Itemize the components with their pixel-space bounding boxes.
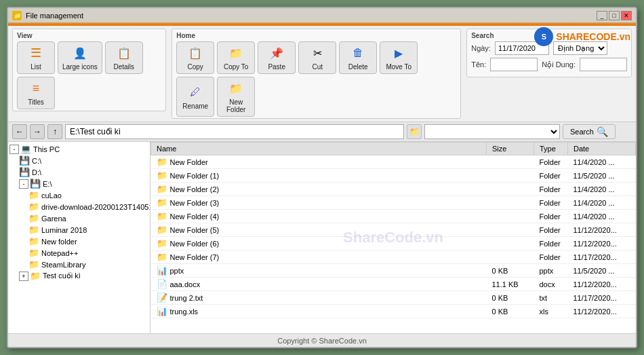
table-row[interactable]: 📁 New Folder Folder 11/4/2020 ... bbox=[151, 155, 636, 169]
status-bar: Copyright © ShareCode.vn bbox=[8, 333, 636, 347]
table-row[interactable]: 📁 New Folder (4) Folder 11/4/2020 ... bbox=[151, 210, 636, 223]
tree-item-d[interactable]: 💾 D:\ bbox=[8, 166, 150, 178]
list-label: List bbox=[31, 63, 41, 71]
table-row[interactable]: 📁 New Folder (7) Folder 11/17/2020... bbox=[151, 250, 636, 264]
paste-label: Paste bbox=[268, 63, 285, 71]
drive-icon: 📁 bbox=[28, 202, 39, 212]
steamlibrary-label: SteamLibrary bbox=[41, 261, 85, 269]
titles-button[interactable]: ≡ Titles bbox=[17, 77, 55, 109]
file-name-cell: 📁 New Folder (1) bbox=[151, 169, 487, 183]
file-date: 11/12/2020... bbox=[568, 237, 636, 250]
new-folder-label: NewFolder bbox=[226, 98, 245, 113]
tree-item-drive[interactable]: 📁 drive-download-20200123T1405132 bbox=[8, 201, 150, 212]
tree-item-steamlibrary[interactable]: 📁 SteamLibrary bbox=[8, 259, 150, 270]
noi-dung-input[interactable] bbox=[580, 58, 627, 71]
copy-button[interactable]: 📋 Copy bbox=[176, 41, 214, 74]
copy-to-label: Copy To bbox=[224, 63, 249, 71]
folder-icon[interactable]: 📁 bbox=[407, 124, 422, 139]
copy-to-button[interactable]: 📁 Copy To bbox=[217, 41, 255, 74]
table-row[interactable]: 📁 New Folder (5) Folder 11/12/2020... bbox=[151, 223, 636, 237]
list-button[interactable]: ☰ List bbox=[17, 41, 55, 74]
table-row[interactable]: 📁 New Folder (2) Folder 11/4/2020 ... bbox=[151, 183, 636, 196]
file-size bbox=[487, 196, 534, 210]
col-type[interactable]: Type bbox=[534, 143, 568, 155]
file-panel[interactable]: Name Size Type Date 📁 New Folder Folder bbox=[150, 142, 636, 333]
large-icons-icon: 👤 bbox=[72, 45, 88, 61]
table-row[interactable]: 📁 New Folder (1) Folder 11/5/2020 ... bbox=[151, 169, 636, 183]
file-name: trung 2.txt bbox=[170, 294, 203, 302]
tree-item-c[interactable]: 💾 C:\ bbox=[8, 155, 150, 166]
file-size: 0 KB bbox=[487, 305, 534, 318]
address-input[interactable] bbox=[65, 124, 404, 139]
col-name[interactable]: Name bbox=[151, 143, 487, 155]
table-row[interactable]: 📊 trung.xls 0 KB xls 11/12/2020... bbox=[151, 305, 636, 318]
forward-button[interactable]: → bbox=[30, 124, 45, 139]
file-icon: 📁 bbox=[157, 211, 167, 221]
minimize-button[interactable]: _ bbox=[597, 11, 607, 20]
title-bar-left: 📁 File management bbox=[12, 11, 83, 20]
col-size[interactable]: Size bbox=[487, 143, 534, 155]
table-row[interactable]: 📁 New Folder (3) Folder 11/4/2020 ... bbox=[151, 196, 636, 210]
thispc-label: This PC bbox=[33, 145, 60, 153]
paste-button[interactable]: 📌 Paste bbox=[258, 41, 296, 74]
ten-input[interactable] bbox=[490, 58, 538, 71]
tree-item-garena[interactable]: 📁 Garena bbox=[8, 212, 150, 224]
home-buttons: 📋 Copy 📁 Copy To 📌 Paste ✂ Cut bbox=[176, 41, 456, 117]
rename-label: Rename bbox=[182, 102, 208, 110]
tree-item-testcuoiki[interactable]: + 📁 Test cuối kì bbox=[8, 270, 150, 282]
file-name-cell: 📁 New Folder (6) bbox=[151, 237, 487, 250]
file-name: New Folder (5) bbox=[170, 226, 220, 234]
expand-testcuoiki[interactable]: + bbox=[19, 272, 28, 281]
delete-button[interactable]: 🗑 Delete bbox=[339, 41, 377, 74]
delete-icon: 🗑 bbox=[350, 45, 366, 61]
tree-item-notepadpp[interactable]: 📁 Notepad++ bbox=[8, 247, 150, 259]
file-type: Folder bbox=[534, 183, 568, 196]
logo-prefix: SHARECODE bbox=[556, 31, 616, 42]
tree-panel[interactable]: - 💻 This PC 💾 C:\ 💾 D:\ - 💾 E:\ 📁 cuLao bbox=[8, 142, 150, 333]
tree-item-culao[interactable]: 📁 cuLao bbox=[8, 189, 150, 201]
logo-area: S SHARECODE.vn bbox=[534, 27, 630, 46]
close-button[interactable]: ✕ bbox=[621, 11, 632, 20]
details-button[interactable]: 📋 Details bbox=[105, 41, 143, 74]
file-date: 11/12/2020... bbox=[568, 278, 636, 291]
table-row[interactable]: 📁 New Folder (6) Folder 11/12/2020... bbox=[151, 237, 636, 250]
expand-e[interactable]: - bbox=[19, 179, 28, 189]
window-title: File management bbox=[26, 12, 83, 20]
file-name: aaa.docx bbox=[170, 280, 201, 288]
culao-icon: 📁 bbox=[28, 190, 39, 200]
home-section-label: Home bbox=[176, 32, 195, 39]
maximize-button[interactable]: □ bbox=[609, 11, 620, 20]
location-combo[interactable] bbox=[424, 124, 560, 139]
details-icon: 📋 bbox=[116, 45, 132, 61]
new-folder-button[interactable]: 📁 NewFolder bbox=[217, 77, 255, 117]
large-icons-button[interactable]: 👤 Large icons bbox=[58, 41, 102, 74]
tree-item-luminar[interactable]: 📁 Luminar 2018 bbox=[8, 224, 150, 236]
list-icon: ☰ bbox=[28, 45, 44, 61]
file-type: Folder bbox=[534, 210, 568, 223]
tree-item-thispc[interactable]: - 💻 This PC bbox=[8, 143, 150, 155]
rename-button[interactable]: 🖊 Rename bbox=[176, 77, 214, 117]
search-button[interactable]: Search 🔍 bbox=[563, 124, 616, 139]
titles-icon: ≡ bbox=[28, 80, 44, 96]
file-date: 11/12/2020... bbox=[568, 305, 636, 318]
cut-button[interactable]: ✂ Cut bbox=[298, 41, 336, 74]
file-name: pptx bbox=[170, 267, 184, 275]
file-name-cell: 📊 trung.xls bbox=[151, 305, 487, 318]
up-button[interactable]: ↑ bbox=[47, 124, 62, 139]
table-row[interactable]: 📊 pptx 0 KB pptx 11/5/2020 ... bbox=[151, 264, 636, 278]
large-icons-label: Large icons bbox=[62, 63, 98, 71]
move-to-label: Move To bbox=[386, 63, 411, 71]
tree-item-e[interactable]: - 💾 E:\ bbox=[8, 178, 150, 189]
garena-icon: 📁 bbox=[28, 213, 39, 223]
table-row[interactable]: 📄 aaa.docx 11.1 KB docx 11/12/2020... bbox=[151, 278, 636, 291]
col-date[interactable]: Date bbox=[568, 143, 636, 155]
expand-thispc[interactable]: - bbox=[9, 145, 19, 154]
c-icon: 💾 bbox=[19, 155, 30, 166]
back-button[interactable]: ← bbox=[12, 124, 27, 139]
status-text: Copyright © ShareCode.vn bbox=[277, 337, 367, 345]
file-name-cell: 📁 New Folder (2) bbox=[151, 183, 487, 196]
table-row[interactable]: 📝 trung 2.txt 0 KB txt 11/17/2020... bbox=[151, 291, 636, 305]
e-label: E:\ bbox=[43, 180, 52, 188]
move-to-button[interactable]: ▶ Move To bbox=[380, 41, 418, 74]
tree-item-newfolder[interactable]: 📁 New folder bbox=[8, 236, 150, 247]
